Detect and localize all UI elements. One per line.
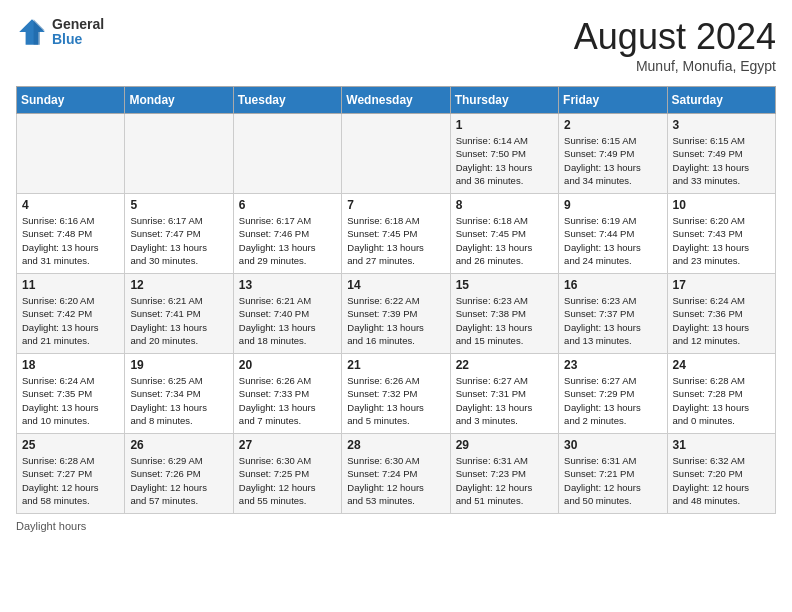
calendar-body: 1Sunrise: 6:14 AM Sunset: 7:50 PM Daylig…: [17, 114, 776, 514]
day-info: Sunrise: 6:26 AM Sunset: 7:32 PM Dayligh…: [347, 374, 444, 427]
week-row-5: 25Sunrise: 6:28 AM Sunset: 7:27 PM Dayli…: [17, 434, 776, 514]
day-number: 18: [22, 358, 119, 372]
day-info: Sunrise: 6:27 AM Sunset: 7:31 PM Dayligh…: [456, 374, 553, 427]
day-cell: 16Sunrise: 6:23 AM Sunset: 7:37 PM Dayli…: [559, 274, 667, 354]
day-info: Sunrise: 6:14 AM Sunset: 7:50 PM Dayligh…: [456, 134, 553, 187]
week-row-3: 11Sunrise: 6:20 AM Sunset: 7:42 PM Dayli…: [17, 274, 776, 354]
day-info: Sunrise: 6:21 AM Sunset: 7:41 PM Dayligh…: [130, 294, 227, 347]
footer: Daylight hours: [16, 520, 776, 532]
day-info: Sunrise: 6:31 AM Sunset: 7:23 PM Dayligh…: [456, 454, 553, 507]
day-info: Sunrise: 6:21 AM Sunset: 7:40 PM Dayligh…: [239, 294, 336, 347]
day-number: 2: [564, 118, 661, 132]
header-day-sunday: Sunday: [17, 87, 125, 114]
header-day-friday: Friday: [559, 87, 667, 114]
day-cell: 3Sunrise: 6:15 AM Sunset: 7:49 PM Daylig…: [667, 114, 775, 194]
day-number: 31: [673, 438, 770, 452]
day-cell: [17, 114, 125, 194]
day-number: 17: [673, 278, 770, 292]
calendar-header: SundayMondayTuesdayWednesdayThursdayFrid…: [17, 87, 776, 114]
day-number: 3: [673, 118, 770, 132]
day-number: 10: [673, 198, 770, 212]
day-number: 22: [456, 358, 553, 372]
logo-blue-text: Blue: [52, 32, 104, 47]
day-info: Sunrise: 6:24 AM Sunset: 7:36 PM Dayligh…: [673, 294, 770, 347]
day-number: 7: [347, 198, 444, 212]
header-day-tuesday: Tuesday: [233, 87, 341, 114]
day-cell: 25Sunrise: 6:28 AM Sunset: 7:27 PM Dayli…: [17, 434, 125, 514]
day-info: Sunrise: 6:28 AM Sunset: 7:28 PM Dayligh…: [673, 374, 770, 427]
day-number: 8: [456, 198, 553, 212]
header-day-saturday: Saturday: [667, 87, 775, 114]
day-number: 16: [564, 278, 661, 292]
day-info: Sunrise: 6:20 AM Sunset: 7:42 PM Dayligh…: [22, 294, 119, 347]
day-number: 24: [673, 358, 770, 372]
svg-marker-0: [19, 19, 45, 45]
day-cell: 24Sunrise: 6:28 AM Sunset: 7:28 PM Dayli…: [667, 354, 775, 434]
page-header: General Blue August 2024 Munuf, Monufia,…: [16, 16, 776, 74]
calendar-table: SundayMondayTuesdayWednesdayThursdayFrid…: [16, 86, 776, 514]
day-info: Sunrise: 6:19 AM Sunset: 7:44 PM Dayligh…: [564, 214, 661, 267]
day-cell: 31Sunrise: 6:32 AM Sunset: 7:20 PM Dayli…: [667, 434, 775, 514]
logo-general-text: General: [52, 17, 104, 32]
logo: General Blue: [16, 16, 104, 48]
day-info: Sunrise: 6:30 AM Sunset: 7:24 PM Dayligh…: [347, 454, 444, 507]
day-info: Sunrise: 6:29 AM Sunset: 7:26 PM Dayligh…: [130, 454, 227, 507]
day-info: Sunrise: 6:25 AM Sunset: 7:34 PM Dayligh…: [130, 374, 227, 427]
day-number: 13: [239, 278, 336, 292]
day-cell: 22Sunrise: 6:27 AM Sunset: 7:31 PM Dayli…: [450, 354, 558, 434]
day-number: 23: [564, 358, 661, 372]
daylight-hours-label: Daylight hours: [16, 520, 86, 532]
day-number: 9: [564, 198, 661, 212]
day-number: 19: [130, 358, 227, 372]
day-number: 25: [22, 438, 119, 452]
day-cell: 20Sunrise: 6:26 AM Sunset: 7:33 PM Dayli…: [233, 354, 341, 434]
day-cell: 18Sunrise: 6:24 AM Sunset: 7:35 PM Dayli…: [17, 354, 125, 434]
day-cell: 10Sunrise: 6:20 AM Sunset: 7:43 PM Dayli…: [667, 194, 775, 274]
day-number: 6: [239, 198, 336, 212]
week-row-4: 18Sunrise: 6:24 AM Sunset: 7:35 PM Dayli…: [17, 354, 776, 434]
day-cell: 12Sunrise: 6:21 AM Sunset: 7:41 PM Dayli…: [125, 274, 233, 354]
day-info: Sunrise: 6:20 AM Sunset: 7:43 PM Dayligh…: [673, 214, 770, 267]
logo-icon: [16, 16, 48, 48]
day-info: Sunrise: 6:32 AM Sunset: 7:20 PM Dayligh…: [673, 454, 770, 507]
day-number: 14: [347, 278, 444, 292]
logo-text: General Blue: [52, 17, 104, 48]
title-block: August 2024 Munuf, Monufia, Egypt: [574, 16, 776, 74]
day-cell: 23Sunrise: 6:27 AM Sunset: 7:29 PM Dayli…: [559, 354, 667, 434]
day-info: Sunrise: 6:15 AM Sunset: 7:49 PM Dayligh…: [673, 134, 770, 187]
week-row-2: 4Sunrise: 6:16 AM Sunset: 7:48 PM Daylig…: [17, 194, 776, 274]
day-cell: 8Sunrise: 6:18 AM Sunset: 7:45 PM Daylig…: [450, 194, 558, 274]
day-cell: 6Sunrise: 6:17 AM Sunset: 7:46 PM Daylig…: [233, 194, 341, 274]
day-info: Sunrise: 6:28 AM Sunset: 7:27 PM Dayligh…: [22, 454, 119, 507]
day-cell: [125, 114, 233, 194]
day-cell: 21Sunrise: 6:26 AM Sunset: 7:32 PM Dayli…: [342, 354, 450, 434]
day-number: 21: [347, 358, 444, 372]
day-number: 30: [564, 438, 661, 452]
day-info: Sunrise: 6:26 AM Sunset: 7:33 PM Dayligh…: [239, 374, 336, 427]
day-number: 20: [239, 358, 336, 372]
day-cell: 14Sunrise: 6:22 AM Sunset: 7:39 PM Dayli…: [342, 274, 450, 354]
day-cell: 13Sunrise: 6:21 AM Sunset: 7:40 PM Dayli…: [233, 274, 341, 354]
day-info: Sunrise: 6:16 AM Sunset: 7:48 PM Dayligh…: [22, 214, 119, 267]
day-info: Sunrise: 6:15 AM Sunset: 7:49 PM Dayligh…: [564, 134, 661, 187]
day-info: Sunrise: 6:31 AM Sunset: 7:21 PM Dayligh…: [564, 454, 661, 507]
day-cell: 15Sunrise: 6:23 AM Sunset: 7:38 PM Dayli…: [450, 274, 558, 354]
day-info: Sunrise: 6:17 AM Sunset: 7:46 PM Dayligh…: [239, 214, 336, 267]
day-number: 28: [347, 438, 444, 452]
day-number: 27: [239, 438, 336, 452]
header-day-wednesday: Wednesday: [342, 87, 450, 114]
day-number: 15: [456, 278, 553, 292]
day-cell: 7Sunrise: 6:18 AM Sunset: 7:45 PM Daylig…: [342, 194, 450, 274]
day-cell: [233, 114, 341, 194]
day-cell: 17Sunrise: 6:24 AM Sunset: 7:36 PM Dayli…: [667, 274, 775, 354]
day-info: Sunrise: 6:23 AM Sunset: 7:37 PM Dayligh…: [564, 294, 661, 347]
day-cell: [342, 114, 450, 194]
day-info: Sunrise: 6:18 AM Sunset: 7:45 PM Dayligh…: [347, 214, 444, 267]
day-number: 5: [130, 198, 227, 212]
day-cell: 28Sunrise: 6:30 AM Sunset: 7:24 PM Dayli…: [342, 434, 450, 514]
day-cell: 9Sunrise: 6:19 AM Sunset: 7:44 PM Daylig…: [559, 194, 667, 274]
day-number: 4: [22, 198, 119, 212]
header-day-thursday: Thursday: [450, 87, 558, 114]
header-day-monday: Monday: [125, 87, 233, 114]
header-row: SundayMondayTuesdayWednesdayThursdayFrid…: [17, 87, 776, 114]
